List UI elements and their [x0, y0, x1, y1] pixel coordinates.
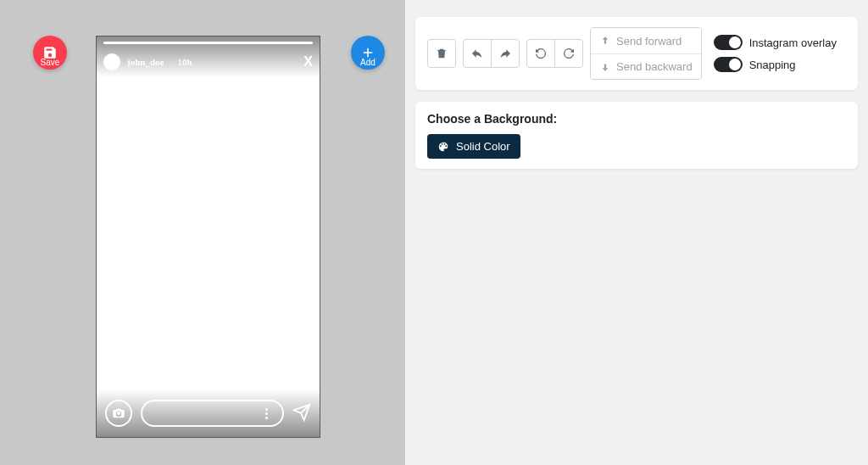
instagram-overlay-toggle[interactable]	[714, 35, 743, 50]
background-card: Choose a Background: Solid Color	[415, 102, 858, 169]
story-reply-box	[141, 400, 284, 427]
toolbar-card: Send forward Send backward Instagram ove…	[415, 17, 858, 90]
redo-icon	[562, 47, 576, 60]
story-time: 10h	[177, 57, 192, 67]
history-group	[526, 39, 583, 68]
story-overlay-bottom	[97, 389, 320, 437]
send-backward-button[interactable]: Send backward	[591, 53, 701, 79]
delete-button[interactable]	[427, 39, 456, 68]
undo-button[interactable]	[526, 39, 555, 68]
toggle-group: Instagram overlay Snapping	[714, 35, 837, 72]
trash-icon	[435, 47, 448, 60]
add-button[interactable]: Add	[349, 36, 387, 70]
palette-icon	[437, 141, 449, 153]
undo-icon	[534, 47, 548, 60]
more-dots-icon	[259, 408, 274, 419]
snapping-label: Snapping	[749, 59, 796, 71]
send-backward-label: Send backward	[616, 60, 693, 73]
undo-redo-group	[463, 39, 520, 68]
reply-icon	[470, 47, 484, 60]
snapping-toggle[interactable]	[714, 57, 743, 72]
camera-icon	[105, 400, 132, 427]
send-forward-label: Send forward	[616, 35, 682, 48]
layer-order-group: Send forward Send backward	[590, 27, 702, 80]
editor-stage-panel: Save Add john_doe 10h X	[0, 0, 405, 465]
story-username: john_doe	[127, 57, 164, 67]
story-overlay-top: john_doe 10h X	[97, 36, 320, 77]
instagram-overlay-label: Instagram overlay	[749, 36, 837, 49]
settings-panel: Send forward Send backward Instagram ove…	[405, 0, 868, 465]
story-close-icon: X	[303, 54, 313, 70]
add-button-label: Add	[360, 58, 376, 67]
story-avatar	[103, 53, 120, 70]
background-heading: Choose a Background:	[427, 112, 846, 126]
story-progress-bar	[103, 42, 313, 44]
redo-share-button[interactable]	[491, 39, 520, 68]
save-button[interactable]: Save	[31, 36, 69, 70]
solid-color-button[interactable]: Solid Color	[427, 134, 520, 159]
save-button-label: Save	[41, 58, 60, 67]
forward-icon	[498, 47, 512, 60]
redo-button[interactable]	[554, 39, 583, 68]
undo-share-button[interactable]	[463, 39, 492, 68]
arrow-up-icon	[599, 35, 611, 47]
story-canvas[interactable]: john_doe 10h X	[96, 36, 320, 438]
arrow-down-icon	[599, 61, 611, 73]
solid-color-label: Solid Color	[456, 140, 510, 153]
send-forward-button[interactable]: Send forward	[591, 28, 701, 53]
send-icon	[292, 403, 311, 424]
